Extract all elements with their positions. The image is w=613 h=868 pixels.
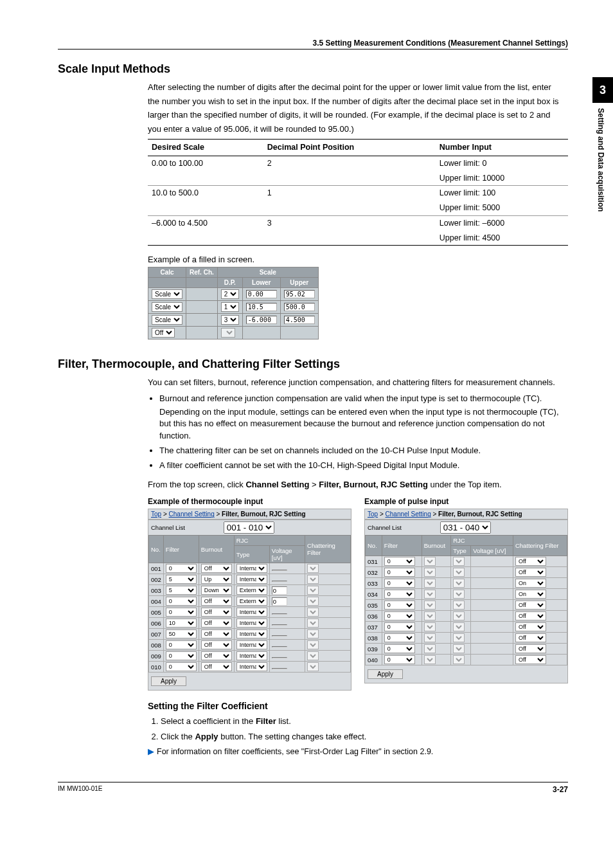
chat-select[interactable]: Off [515, 622, 546, 631]
burnout-select [424, 622, 436, 631]
rjc-type-select[interactable]: External [236, 586, 267, 595]
breadcrumb-top[interactable]: Top [368, 511, 378, 518]
rjc-type-select[interactable]: Internal [236, 564, 267, 573]
rjc-type-select[interactable]: Internal [236, 629, 267, 638]
chat-select[interactable]: Off [515, 611, 546, 620]
filter-select[interactable]: 0 [384, 655, 415, 664]
lower-input[interactable]: 10.5 [246, 303, 277, 311]
channel-range-select[interactable]: 001 - 010 [224, 521, 274, 534]
rjc-type-select [453, 622, 465, 631]
upper-input[interactable]: 500.0 [284, 303, 315, 311]
filter-select[interactable]: 0 [384, 611, 415, 620]
burnout-select[interactable]: Off [201, 640, 232, 649]
burnout-select[interactable]: Off [201, 619, 232, 628]
upper-input[interactable]: 95.02 [284, 290, 315, 298]
table-row: –6.000 to 4.500 3 Lower limit: –6000 [148, 215, 568, 230]
calc-select[interactable]: Off [152, 328, 175, 338]
channel-range-select[interactable]: 031 - 040 [440, 521, 491, 534]
filter-select[interactable]: 5 [166, 575, 197, 584]
table-row: 0330On [366, 578, 567, 589]
section-header: 3.5 Setting Measurement Conditions (Meas… [58, 39, 568, 50]
voltage-input[interactable] [272, 624, 287, 626]
upper-input[interactable]: 4.500 [284, 316, 315, 324]
filter-select[interactable]: 0 [166, 608, 197, 617]
burnout-select[interactable]: Off [201, 629, 232, 638]
calc-select[interactable]: Scale [152, 315, 182, 325]
filter-select[interactable]: 0 [166, 651, 197, 660]
chat-select[interactable]: On [515, 590, 546, 599]
voltage-input[interactable] [272, 646, 287, 647]
voltage-input[interactable] [272, 668, 287, 669]
table-row: Scale 1 10.5 500.0 [148, 301, 319, 314]
burnout-select[interactable]: Down [201, 586, 232, 595]
burnout-select[interactable]: Off [201, 662, 232, 671]
burnout-select[interactable]: Up [201, 575, 232, 584]
filter-select[interactable]: 0 [384, 590, 415, 599]
filter-select[interactable]: 0 [384, 557, 415, 566]
voltage-input[interactable]: 0 [272, 597, 287, 606]
table-row: Upper limit: 4500 [148, 231, 568, 246]
dp-select[interactable]: 1 [221, 302, 239, 312]
calc-select[interactable]: Scale [152, 289, 182, 299]
filter-select[interactable]: 0 [166, 640, 197, 649]
apply-button[interactable]: Apply [151, 676, 186, 686]
table-row: 0370Off [366, 622, 567, 633]
pulse-example-panel: Example of pulse input Top > Channel Set… [364, 497, 568, 691]
filter-select[interactable]: 0 [166, 597, 197, 606]
voltage-input[interactable] [272, 613, 287, 615]
voltage-input[interactable] [272, 570, 287, 571]
filter-select[interactable]: 0 [384, 644, 415, 653]
breadcrumb-channel[interactable]: Channel Setting [386, 511, 431, 518]
filter-select[interactable]: 0 [166, 564, 197, 573]
filter-select[interactable]: 0 [384, 633, 415, 642]
dp-select[interactable]: 3 [221, 315, 239, 325]
rjc-type-select[interactable]: Internal [236, 662, 267, 671]
chat-select[interactable]: Off [515, 644, 546, 653]
dp-select[interactable]: 2 [221, 289, 239, 299]
table-row: 0.00 to 100.00 2 Lower limit: 0 [148, 156, 568, 170]
table-row: 0025UpInternal [149, 574, 351, 585]
calc-select[interactable]: Scale [152, 302, 182, 312]
filter-select[interactable]: 50 [166, 629, 197, 638]
burnout-select[interactable]: Off [201, 597, 232, 606]
filter-select[interactable]: 10 [166, 619, 197, 628]
rjc-type-select[interactable]: Internal [236, 608, 267, 617]
filter-select[interactable]: 0 [384, 568, 415, 577]
chat-select[interactable]: Off [515, 568, 546, 577]
chat-select[interactable]: Off [515, 601, 546, 610]
burnout-select[interactable]: Off [201, 564, 232, 573]
chapter-tab: 3 Setting and Data acquisition [592, 77, 613, 411]
table-row: 0310Off [366, 556, 567, 567]
filter-select[interactable]: 0 [384, 622, 415, 631]
filter-select[interactable]: 5 [166, 586, 197, 595]
burnout-select[interactable]: Off [201, 608, 232, 617]
chat-select[interactable]: Off [515, 557, 546, 566]
voltage-input[interactable] [272, 581, 287, 582]
rjc-type-select[interactable]: Internal [236, 619, 267, 628]
filter-select[interactable]: 0 [384, 579, 415, 588]
chat-select[interactable]: Off [515, 655, 546, 664]
rjc-type-select[interactable]: Internal [236, 640, 267, 649]
filter-select[interactable]: 0 [166, 662, 197, 671]
chat-select[interactable]: On [515, 579, 546, 588]
rjc-type-select[interactable]: Internal [236, 651, 267, 660]
voltage-input[interactable] [272, 635, 287, 637]
rjc-type-select[interactable]: External [236, 597, 267, 606]
arrow-icon: ▶ [148, 747, 154, 756]
breadcrumb-channel[interactable]: Channel Setting [169, 511, 215, 518]
table-row: 00610OffInternal [149, 618, 351, 629]
chat-select [307, 575, 319, 584]
table-row: 0380Off [366, 633, 567, 644]
rjc-type-select[interactable]: Internal [236, 575, 267, 584]
apply-button[interactable]: Apply [368, 669, 403, 679]
breadcrumb-top[interactable]: Top [151, 511, 161, 518]
voltage-input[interactable] [272, 657, 287, 658]
lower-input[interactable]: -6.000 [246, 316, 277, 324]
chat-select [307, 629, 319, 638]
voltage-input[interactable]: 0 [272, 586, 287, 595]
burnout-select[interactable]: Off [201, 651, 232, 660]
lower-input[interactable]: 0.00 [246, 290, 277, 298]
table-row: 0040OffExternal0 [149, 596, 351, 607]
filter-select[interactable]: 0 [384, 601, 415, 610]
chat-select[interactable]: Off [515, 633, 546, 642]
